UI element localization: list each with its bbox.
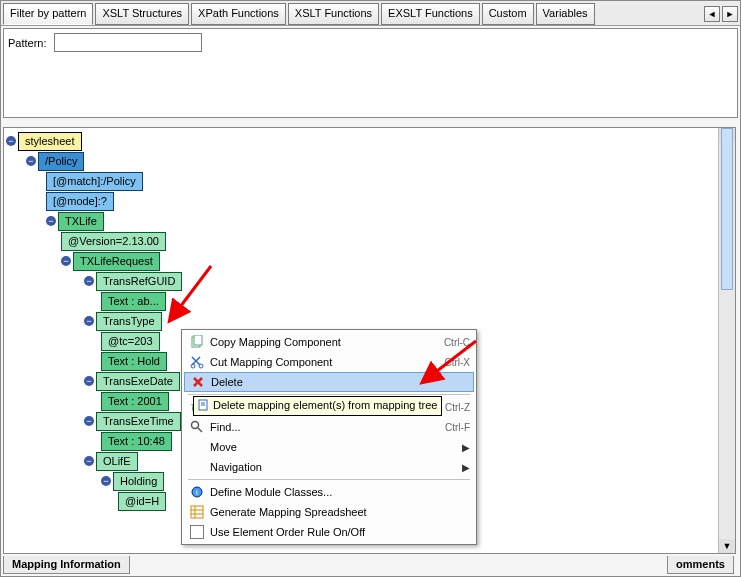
tree-node-match[interactable]: [@match]:/Policy — [46, 172, 733, 190]
tree-node-stylesheet[interactable]: −stylesheet — [6, 132, 733, 150]
top-tabbar: Filter by pattern XSLT Structures XPath … — [1, 1, 740, 26]
tab-xslt-functions[interactable]: XSLT Functions — [288, 3, 379, 25]
tree-node-policy[interactable]: −/Policy — [26, 152, 733, 170]
tree-node-version[interactable]: @Version=2.13.00 — [61, 232, 733, 250]
tab-filter-by-pattern[interactable]: Filter by pattern — [3, 3, 93, 25]
menu-delete[interactable]: Delete — [184, 372, 474, 392]
collapse-icon[interactable]: − — [101, 476, 111, 486]
scroll-down-icon[interactable]: ▼ — [719, 539, 735, 553]
tab-exslt-functions[interactable]: EXSLT Functions — [381, 3, 480, 25]
tab-scroll-right-icon[interactable]: ► — [722, 6, 738, 22]
collapse-icon[interactable]: − — [6, 136, 16, 146]
tree-node-txliferequest[interactable]: −TXLifeRequest — [61, 252, 733, 270]
tree-node-mode[interactable]: [@mode]:? — [46, 192, 733, 210]
checkbox-icon — [188, 524, 206, 540]
context-menu: Copy Mapping Component Ctrl-C Cut Mappin… — [181, 329, 477, 545]
svg-rect-1 — [194, 335, 202, 345]
vertical-scrollbar[interactable]: ▲ ▼ — [718, 128, 735, 553]
svg-point-4 — [192, 422, 199, 429]
menu-find[interactable]: Find... Ctrl-F — [184, 417, 474, 437]
svg-line-5 — [198, 428, 202, 432]
copy-icon — [188, 334, 206, 350]
svg-text:i: i — [196, 488, 198, 497]
collapse-icon[interactable]: − — [84, 276, 94, 286]
tab-custom[interactable]: Custom — [482, 3, 534, 25]
tree-node-text-ab[interactable]: Text : ab... — [101, 292, 733, 310]
collapse-icon[interactable]: − — [84, 316, 94, 326]
tab-variables[interactable]: Variables — [536, 3, 595, 25]
collapse-icon[interactable]: − — [84, 456, 94, 466]
module-icon: i — [188, 484, 206, 500]
svg-rect-8 — [191, 506, 203, 518]
bottom-tabbar: Mapping Information omments — [3, 556, 736, 574]
svg-point-3 — [199, 364, 203, 368]
menu-separator — [188, 479, 470, 480]
scrollbar-thumb[interactable] — [721, 128, 733, 290]
menu-cut[interactable]: Cut Mapping Component Ctrl-X — [184, 352, 474, 372]
menu-generate-spreadsheet[interactable]: Generate Mapping Spreadsheet — [184, 502, 474, 522]
menu-separator — [188, 394, 470, 395]
submenu-arrow-icon: ▶ — [462, 442, 470, 453]
pattern-label: Pattern: — [8, 37, 47, 49]
collapse-icon[interactable]: − — [84, 416, 94, 426]
document-icon — [198, 399, 210, 413]
tab-scroll-controls: ◄ ► — [704, 6, 738, 22]
tab-xslt-structures[interactable]: XSLT Structures — [95, 3, 189, 25]
menu-navigation[interactable]: Navigation ▶ — [184, 457, 474, 477]
menu-move[interactable]: Move ▶ — [184, 437, 474, 457]
find-icon — [188, 419, 206, 435]
spreadsheet-icon — [188, 504, 206, 520]
tree-node-txlife[interactable]: −TXLife — [46, 212, 733, 230]
collapse-icon[interactable]: − — [46, 216, 56, 226]
delete-icon — [189, 374, 207, 390]
app-window: Filter by pattern XSLT Structures XPath … — [0, 0, 741, 577]
menu-element-order-rule[interactable]: Use Element Order Rule On/Off — [184, 522, 474, 542]
tab-xpath-functions[interactable]: XPath Functions — [191, 3, 286, 25]
menu-define-module[interactable]: i Define Module Classes... — [184, 482, 474, 502]
collapse-icon[interactable]: − — [84, 376, 94, 386]
tab-scroll-left-icon[interactable]: ◄ — [704, 6, 720, 22]
tree-node-transtype[interactable]: −TransType — [84, 312, 733, 330]
cut-icon — [188, 354, 206, 370]
collapse-icon[interactable]: − — [61, 256, 71, 266]
menu-copy[interactable]: Copy Mapping Component Ctrl-C — [184, 332, 474, 352]
delete-tooltip: Delete mapping element(s) from mapping t… — [193, 396, 442, 416]
tab-comments[interactable]: omments — [667, 556, 734, 574]
tree-node-transrefguid[interactable]: −TransRefGUID — [84, 272, 733, 290]
pattern-panel: Pattern: — [3, 28, 738, 118]
submenu-arrow-icon: ▶ — [462, 462, 470, 473]
collapse-icon[interactable]: − — [26, 156, 36, 166]
tab-mapping-information[interactable]: Mapping Information — [3, 556, 130, 574]
pattern-input[interactable] — [54, 33, 202, 52]
